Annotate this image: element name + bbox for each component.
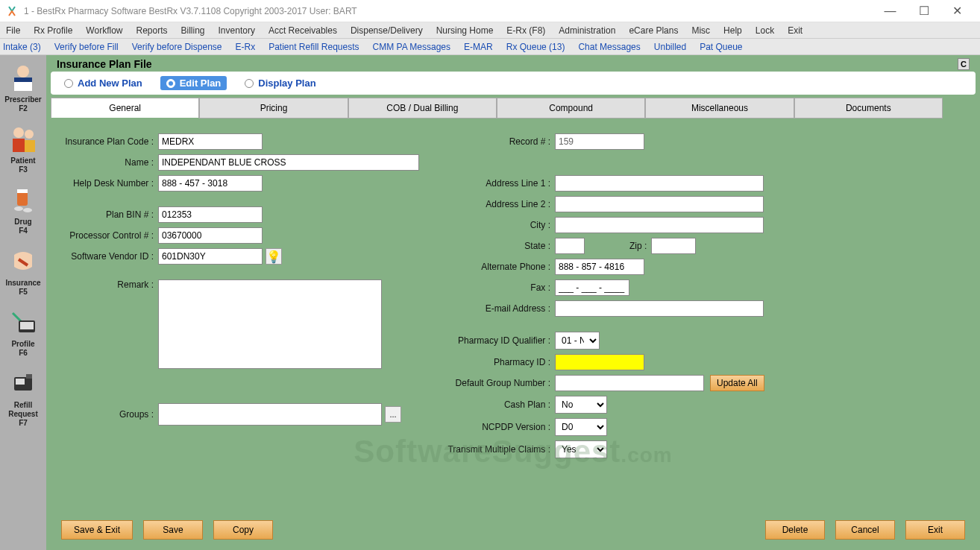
input-addr2[interactable] xyxy=(555,196,764,212)
sidebar-insurance[interactable]: InsuranceF5 xyxy=(1,241,45,303)
cancel-button[interactable]: Cancel xyxy=(835,520,895,540)
input-groupnum[interactable] xyxy=(555,375,704,391)
sub-verify-dispense[interactable]: Verify before Dispense xyxy=(132,42,222,52)
mode-add[interactable]: Add New Plan xyxy=(64,78,142,89)
lightbulb-icon[interactable]: 💡 xyxy=(266,248,282,265)
ellipsis-button[interactable]: ... xyxy=(385,406,401,423)
tab-docs[interactable]: Documents xyxy=(794,98,943,118)
label-groupnum: Default Group Number : xyxy=(439,378,555,388)
menu-workflow[interactable]: Workflow xyxy=(86,25,122,36)
sidebar-label: DrugF4 xyxy=(1,218,45,236)
sidebar-prescriber[interactable]: PrescriberF2 xyxy=(1,58,45,119)
tab-cob[interactable]: COB / Dual Billing xyxy=(348,98,497,118)
menu-admin[interactable]: Administration xyxy=(559,25,615,36)
input-city[interactable] xyxy=(555,217,764,233)
menu-ecare[interactable]: eCare Plans xyxy=(629,25,678,36)
sidebar-patient[interactable]: PatientF3 xyxy=(1,119,45,180)
label-addr2: Address Line 2 : xyxy=(439,199,555,209)
input-altphone[interactable] xyxy=(555,259,644,275)
input-addr1[interactable] xyxy=(555,175,764,192)
input-plan-code[interactable] xyxy=(158,133,263,150)
corner-button[interactable]: C xyxy=(958,58,970,70)
label-addr1: Address Line 1 : xyxy=(439,178,555,189)
menu-reports[interactable]: Reports xyxy=(136,25,167,36)
menu-exit[interactable]: Exit xyxy=(788,25,802,36)
menu-inventory[interactable]: Inventory xyxy=(219,25,255,36)
sub-erx[interactable]: E-Rx xyxy=(235,42,255,52)
input-pharmid[interactable] xyxy=(555,354,644,370)
radio-icon xyxy=(166,79,175,88)
sub-cmm[interactable]: CMM PA Messages xyxy=(373,42,450,52)
label-email: E-mail Address : xyxy=(439,303,555,314)
input-groups xyxy=(158,403,382,426)
maximize-button[interactable]: ☐ xyxy=(907,0,940,22)
tab-compound[interactable]: Compound xyxy=(497,98,645,118)
select-cash[interactable]: No xyxy=(555,396,607,414)
submenubar: Intake (3) Verify before Fill Verify bef… xyxy=(0,39,980,55)
input-planbin[interactable] xyxy=(158,206,263,223)
sidebar-label: PrescriberF2 xyxy=(1,95,45,113)
svg-rect-5 xyxy=(13,139,25,152)
sidebar: PrescriberF2 PatientF3 DrugF4 InsuranceF… xyxy=(0,55,46,550)
menu-file[interactable]: File xyxy=(6,25,20,36)
label-city: City : xyxy=(439,220,555,230)
refill-icon xyxy=(7,367,40,399)
menu-lock[interactable]: Lock xyxy=(756,25,774,36)
textarea-remark[interactable] xyxy=(158,279,382,369)
input-record xyxy=(555,133,644,150)
sub-verify-fill[interactable]: Verify before Fill xyxy=(54,42,119,52)
save-button[interactable]: Save xyxy=(143,520,203,540)
close-button[interactable]: ✕ xyxy=(940,0,974,22)
form-area: Insurance Plan Code : Name : Help Desk N… xyxy=(51,118,976,514)
sub-emar[interactable]: E-MAR xyxy=(464,42,493,52)
input-zip[interactable] xyxy=(651,238,696,254)
menu-erx[interactable]: E-Rx (F8) xyxy=(506,25,545,36)
input-processor[interactable] xyxy=(158,227,263,244)
minimize-button[interactable]: — xyxy=(873,0,907,22)
sidebar-label: ProfileF6 xyxy=(1,340,45,358)
menubar: File Rx Profile Workflow Reports Billing… xyxy=(0,22,980,39)
sub-unbilled[interactable]: Unbilled xyxy=(654,42,686,52)
menu-nursing[interactable]: Nursing Home xyxy=(436,25,494,36)
input-name[interactable] xyxy=(158,154,419,171)
input-state[interactable] xyxy=(555,238,585,254)
menu-billing[interactable]: Billing xyxy=(181,25,205,36)
app-icon xyxy=(6,5,18,17)
svg-point-4 xyxy=(25,130,34,139)
exit-button[interactable]: Exit xyxy=(905,520,965,540)
input-fax[interactable] xyxy=(555,279,629,296)
menu-acctreceivables[interactable]: Acct Receivables xyxy=(268,25,337,36)
menu-dispense[interactable]: Dispense/Delivery xyxy=(351,25,423,36)
sidebar-refill[interactable]: Refill RequestF7 xyxy=(1,364,45,434)
delete-button[interactable]: Delete xyxy=(765,520,825,540)
page-title: Insurance Plan File xyxy=(57,58,152,70)
sidebar-label: PatientF3 xyxy=(1,157,45,174)
save-exit-button[interactable]: Save & Exit xyxy=(61,520,133,540)
sub-intake[interactable]: Intake (3) xyxy=(3,42,41,52)
tab-pricing[interactable]: Pricing xyxy=(199,98,348,118)
input-vendor[interactable] xyxy=(158,248,263,265)
sub-chat[interactable]: Chat Messages xyxy=(578,42,640,52)
sub-rxqueue[interactable]: Rx Queue (13) xyxy=(506,42,565,52)
label-plan-code: Insurance Plan Code : xyxy=(58,136,158,147)
sub-patqueue[interactable]: Pat Queue xyxy=(700,42,742,52)
menu-rxprofile[interactable]: Rx Profile xyxy=(34,25,72,36)
tab-general[interactable]: General xyxy=(51,98,199,118)
mode-edit[interactable]: Edit Plan xyxy=(160,76,227,90)
menu-misc[interactable]: Misc xyxy=(691,25,710,36)
sidebar-drug[interactable]: DrugF4 xyxy=(1,180,45,241)
menu-help[interactable]: Help xyxy=(723,25,742,36)
update-all-button[interactable]: Update All xyxy=(710,375,764,391)
input-helpdesk[interactable] xyxy=(158,175,263,192)
label-pharmid: Pharmacy ID : xyxy=(439,357,555,367)
radio-icon xyxy=(64,79,73,88)
tab-misc[interactable]: Miscellaneous xyxy=(645,98,794,118)
mode-display[interactable]: Display Plan xyxy=(245,78,315,89)
svg-rect-12 xyxy=(20,322,34,329)
copy-button[interactable]: Copy xyxy=(213,520,273,540)
input-email[interactable] xyxy=(555,300,764,317)
select-pharmqual[interactable]: 01 - N xyxy=(555,332,600,350)
sub-refill-requests[interactable]: Patient Refill Requests xyxy=(268,42,359,52)
sidebar-profile[interactable]: ProfileF6 xyxy=(1,303,45,364)
profile-icon xyxy=(7,306,40,338)
